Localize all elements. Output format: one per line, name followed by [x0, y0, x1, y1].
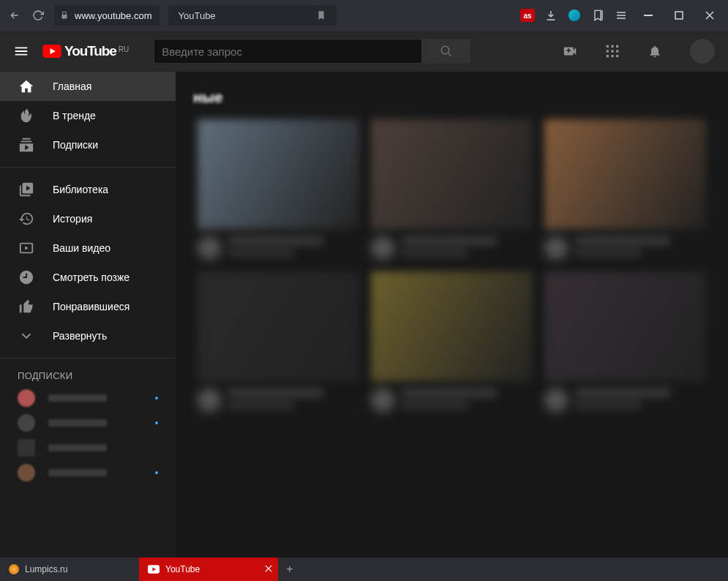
reload-button[interactable] — [31, 8, 45, 23]
search-form — [154, 39, 470, 64]
video-title-blurred — [402, 236, 497, 245]
channel-name-blurred — [48, 469, 107, 476]
tab-close-icon[interactable] — [265, 564, 272, 574]
sidebar-item-library[interactable]: Библиотека — [0, 175, 176, 204]
create-video-icon[interactable] — [561, 42, 579, 60]
video-card[interactable] — [371, 119, 533, 260]
notifications-icon[interactable] — [646, 42, 664, 60]
section-title-blurred: ные — [193, 89, 706, 106]
channel-avatar — [544, 389, 568, 412]
sidebar-item-label: Смотреть позже — [53, 271, 130, 283]
window-maximize[interactable] — [668, 5, 690, 26]
url-bar[interactable]: www.youtube.com — [54, 5, 160, 26]
video-meta — [371, 236, 533, 260]
sidebar-item-label: В тренде — [53, 110, 96, 121]
sidebar-item-label: Подписки — [53, 139, 98, 151]
svg-rect-12 — [616, 55, 618, 57]
subscription-row[interactable] — [0, 411, 176, 435]
sidebar-item-expand[interactable]: Развернуть — [0, 321, 176, 351]
subscription-row[interactable] — [0, 435, 176, 460]
video-thumbnail — [198, 119, 359, 229]
guide-menu-button[interactable] — [13, 43, 29, 59]
svg-rect-4 — [607, 45, 609, 48]
new-tab-button[interactable]: + — [278, 558, 301, 581]
video-meta — [198, 389, 359, 412]
channel-avatar — [371, 389, 394, 412]
channel-avatar — [371, 236, 394, 260]
video-subtitle-blurred — [402, 250, 468, 257]
video-card[interactable] — [198, 271, 359, 412]
svg-rect-8 — [611, 50, 613, 52]
window-close[interactable] — [699, 5, 721, 26]
account-icon[interactable] — [567, 8, 582, 23]
taskbar-tab-label: Lumpics.ru — [25, 564, 68, 574]
search-button[interactable] — [422, 39, 470, 64]
video-title-blurred — [228, 389, 323, 397]
channel-name-blurred — [48, 419, 107, 427]
video-subtitle-blurred — [575, 402, 641, 409]
browser-menu-icon[interactable] — [614, 8, 628, 23]
url-text: www.youtube.com — [75, 10, 152, 21]
channel-avatar — [18, 389, 35, 407]
sidebar-item-watch-later[interactable]: Смотреть позже — [0, 263, 176, 292]
back-button[interactable] — [7, 8, 22, 23]
video-subtitle-blurred — [228, 250, 294, 257]
channel-avatar — [18, 414, 35, 432]
liked-icon — [18, 298, 35, 315]
video-subtitle-blurred — [228, 402, 294, 409]
search-input[interactable] — [154, 39, 422, 64]
svg-rect-10 — [607, 55, 609, 57]
subscriptions-icon — [18, 136, 35, 154]
youtube-logo[interactable]: YouTube RU — [42, 43, 129, 59]
trending-icon — [18, 107, 35, 124]
history-icon — [18, 210, 35, 228]
new-content-dot — [155, 471, 158, 474]
new-content-dot — [155, 421, 158, 424]
video-title-blurred — [575, 236, 670, 245]
video-card[interactable] — [544, 119, 706, 260]
taskbar-tab-lumpics[interactable]: Lumpics.ru — [0, 558, 139, 581]
video-card[interactable] — [198, 119, 359, 260]
favicon-youtube — [148, 565, 160, 574]
sidebar-item-subscriptions[interactable]: Подписки — [0, 130, 176, 160]
channel-avatar — [544, 236, 568, 260]
sidebar-item-label: Развернуть — [53, 330, 107, 342]
user-avatar[interactable] — [690, 39, 715, 64]
main-content: ные — [176, 72, 728, 558]
svg-rect-9 — [616, 50, 618, 52]
video-card[interactable] — [371, 271, 533, 412]
video-title-blurred — [575, 389, 670, 397]
apps-grid-icon[interactable] — [604, 42, 621, 60]
taskbar-tab-label: YouTube — [165, 564, 200, 574]
downloads-icon[interactable] — [544, 8, 558, 23]
home-icon — [18, 78, 35, 95]
sidebar-item-liked[interactable]: Понравившиеся — [0, 292, 176, 321]
channel-name-blurred — [48, 444, 107, 451]
bookmark-icon[interactable] — [316, 10, 326, 20]
page-body: Главная В тренде Подписки Библиотека Ист… — [0, 72, 728, 558]
svg-rect-1 — [675, 12, 683, 19]
sidebar-item-history[interactable]: История — [0, 204, 176, 233]
window-minimize[interactable] — [637, 5, 659, 26]
browser-tab-title: YouTube — [168, 5, 337, 26]
channel-avatar — [198, 389, 221, 412]
subscription-row[interactable] — [0, 386, 176, 411]
lock-icon — [60, 11, 69, 20]
youtube-header: YouTube RU — [0, 31, 728, 72]
extension-lastfm-icon[interactable]: as — [520, 9, 535, 22]
sidebar-item-trending[interactable]: В тренде — [0, 101, 176, 130]
svg-point-3 — [441, 46, 449, 54]
video-title-blurred — [228, 236, 323, 245]
sidebar-item-your-videos[interactable]: Ваши видео — [0, 233, 176, 263]
svg-rect-5 — [611, 45, 613, 48]
favicon-lumpics — [9, 564, 19, 574]
video-subtitle-blurred — [402, 402, 468, 409]
bookmarks-bar-icon[interactable] — [590, 8, 605, 23]
channel-avatar — [18, 464, 35, 481]
taskbar-tab-youtube[interactable]: YouTube — [139, 558, 278, 581]
subscription-row[interactable] — [0, 460, 176, 485]
sidebar-item-home[interactable]: Главная — [0, 72, 176, 101]
video-card[interactable] — [544, 271, 706, 412]
channel-avatar — [18, 439, 35, 457]
svg-rect-6 — [616, 45, 618, 48]
